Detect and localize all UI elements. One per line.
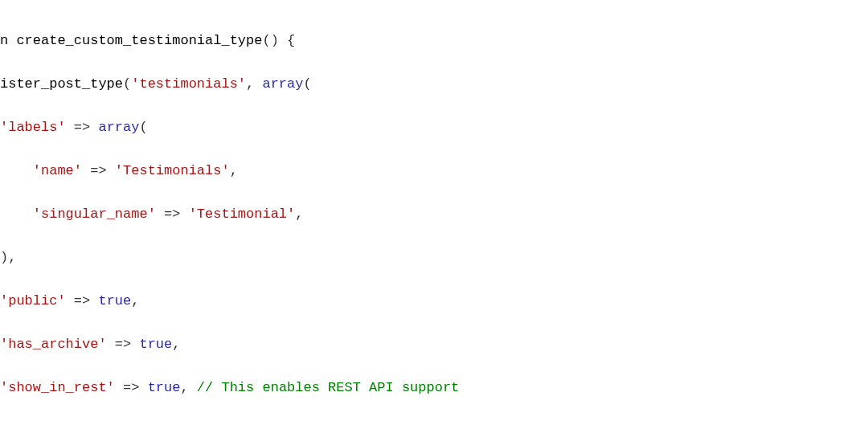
code-line: 'has_archive' => true, (0, 333, 868, 355)
code-line (0, 420, 868, 433)
code-line: 'labels' => array( (0, 116, 868, 138)
code-line: ister_post_type('testimonials', array( (0, 73, 868, 95)
code-editor[interactable]: n create_custom_testimonial_type() { ist… (0, 0, 868, 433)
code-line: 'singular_name' => 'Testimonial', (0, 203, 868, 225)
code-line: ), (0, 247, 868, 268)
code-line: 'public' => true, (0, 290, 868, 312)
code-line: 'name' => 'Testimonials', (0, 160, 868, 182)
code-line: 'show_in_rest' => true, // This enables … (0, 377, 868, 398)
code-line: n create_custom_testimonial_type() { (0, 30, 868, 51)
